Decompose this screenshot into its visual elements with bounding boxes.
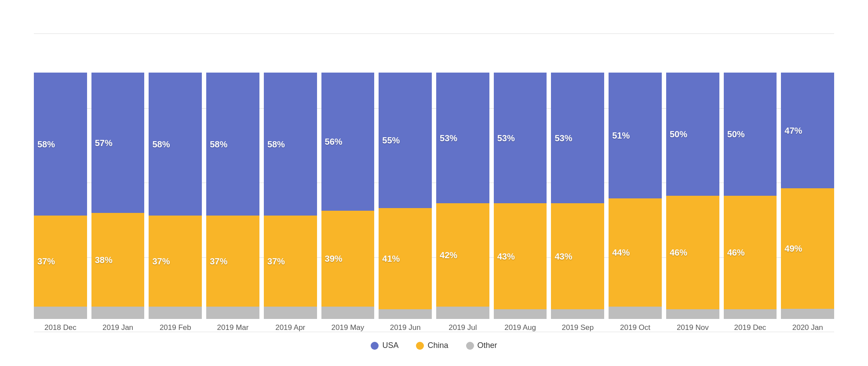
bar-axis-label: 2019 Aug [504,323,536,332]
segment-usa: 53% [494,73,547,203]
bar: 55%41% [379,73,432,319]
bar-group: 57%38%2019 Jan [91,33,145,332]
segment-other [436,307,489,319]
segment-label-usa: 57% [95,138,113,148]
segment-other [321,307,375,319]
segment-label-china: 46% [670,248,687,258]
segment-label-usa: 58% [210,139,227,149]
bar: 51%44% [609,73,662,319]
segment-usa: 55% [379,73,432,208]
segment-label-china: 49% [784,244,802,254]
segment-label-china: 37% [152,256,170,266]
bar-group: 47%49%2020 Jan [781,33,834,332]
segment-usa: 58% [206,73,259,216]
legend-item: China [416,341,448,350]
segment-other [149,307,202,319]
segment-china: 37% [149,216,202,307]
segment-other [34,307,87,319]
segment-usa: 58% [264,73,317,216]
segment-label-china: 41% [382,254,400,264]
segment-usa: 57% [91,73,145,213]
segment-label-usa: 58% [37,139,55,149]
bar: 50%46% [666,73,719,319]
segment-label-china: 37% [37,256,55,266]
segment-other [666,309,719,319]
bar-group: 51%44%2019 Oct [609,33,662,332]
bar-axis-label: 2019 Jul [449,323,477,332]
segment-china: 38% [91,213,145,307]
segment-usa: 50% [666,73,719,196]
segment-china: 37% [34,216,87,307]
segment-label-usa: 53% [497,133,515,143]
segment-label-usa: 58% [267,139,285,149]
segment-label-usa: 58% [152,139,170,149]
segment-china: 43% [551,203,604,309]
segment-usa: 47% [781,73,834,188]
bar-axis-label: 2019 Jan [102,323,133,332]
bar-group: 50%46%2019 Dec [724,33,777,332]
segment-usa: 53% [551,73,604,203]
legend-dot [371,342,379,350]
legend-dot [466,342,474,350]
segment-china: 43% [494,203,547,309]
segment-china: 37% [206,216,259,307]
bar: 53%42% [436,73,489,319]
bar-group: 50%46%2019 Nov [666,33,719,332]
bar: 58%37% [149,73,202,319]
bar-axis-label: 2019 Oct [620,323,650,332]
segment-china: 46% [724,196,777,309]
bar: 58%37% [34,73,87,319]
segment-other [609,307,662,319]
bar-axis-label: 2019 May [332,323,365,332]
segment-usa: 51% [609,73,662,198]
legend-label: China [427,341,448,350]
segment-china: 49% [781,188,834,309]
segment-china: 37% [264,216,317,307]
segment-label-china: 37% [210,256,227,266]
bar-axis-label: 2018 Dec [44,323,77,332]
segment-label-usa: 56% [325,137,343,147]
segment-label-china: 43% [497,251,515,261]
segment-usa: 58% [34,73,87,216]
segment-china: 44% [609,198,662,307]
bar-group: 56%39%2019 May [321,33,375,332]
segment-label-usa: 53% [554,133,572,143]
bar: 56%39% [321,73,375,319]
segment-label-usa: 50% [670,129,687,139]
segment-china: 39% [321,211,375,307]
segment-china: 46% [666,196,719,309]
segment-other [264,307,317,319]
segment-label-china: 43% [554,251,572,261]
legend-dot [416,342,424,350]
bar-axis-label: 2019 Mar [217,323,249,332]
bar-group: 53%43%2019 Aug [494,33,547,332]
segment-label-china: 46% [727,248,745,258]
bar-axis-label: 2019 Jun [390,323,421,332]
bar-axis-label: 2019 Apr [275,323,305,332]
segment-label-china: 39% [325,254,343,264]
bar: 53%43% [494,73,547,319]
legend-item: USA [371,341,398,350]
chart-container: 58%37%2018 Dec57%38%2019 Jan58%37%2019 F… [16,11,852,355]
segment-usa: 58% [149,73,202,216]
legend-item: Other [466,341,497,350]
legend-label: USA [382,341,398,350]
bar-axis-label: 2019 Dec [734,323,766,332]
segment-label-usa: 50% [727,129,745,139]
segment-china: 42% [436,203,489,307]
segment-china: 41% [379,208,432,309]
bar: 57%38% [91,73,145,319]
bar-axis-label: 2019 Nov [677,323,709,332]
chart-area: 58%37%2018 Dec57%38%2019 Jan58%37%2019 F… [34,33,834,332]
bar-group: 58%37%2019 Mar [206,33,259,332]
bar: 50%46% [724,73,777,319]
segment-other [551,309,604,319]
segment-label-china: 42% [440,250,457,260]
bar-group: 53%42%2019 Jul [436,33,489,332]
bar-axis-label: 2019 Sep [562,323,594,332]
segment-usa: 50% [724,73,777,196]
segment-label-usa: 47% [784,125,802,135]
segment-label-usa: 55% [382,135,400,146]
bar: 47%49% [781,73,834,319]
segment-other [206,307,259,319]
